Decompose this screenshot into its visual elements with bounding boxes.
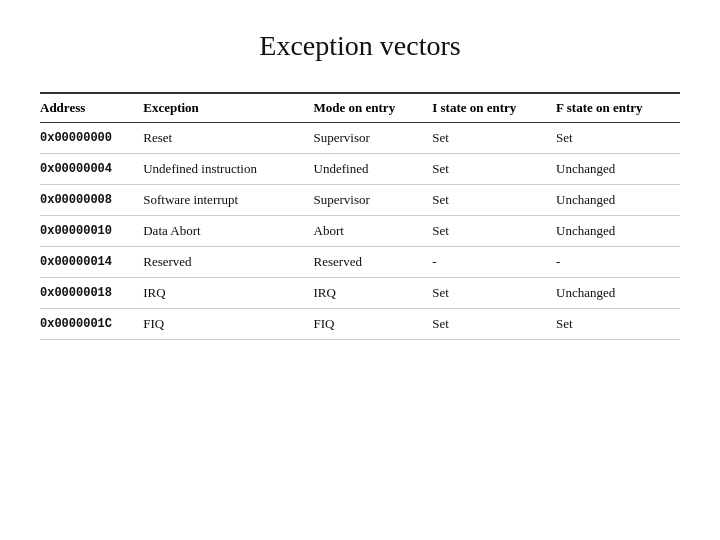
header-address: Address: [40, 94, 143, 123]
cell-exception: Software interrupt: [143, 185, 313, 216]
cell-mode: Supervisor: [314, 185, 433, 216]
cell-exception: Data Abort: [143, 216, 313, 247]
cell-address: 0x0000001C: [40, 309, 143, 340]
cell-fstate: Unchanged: [556, 216, 680, 247]
cell-mode: Undefined: [314, 154, 433, 185]
cell-exception: IRQ: [143, 278, 313, 309]
cell-mode: Reserved: [314, 247, 433, 278]
table-row: 0x00000010Data AbortAbortSetUnchanged: [40, 216, 680, 247]
cell-fstate: Unchanged: [556, 278, 680, 309]
cell-fstate: Unchanged: [556, 154, 680, 185]
cell-istate: Set: [432, 185, 556, 216]
cell-address: 0x00000000: [40, 123, 143, 154]
cell-address: 0x00000010: [40, 216, 143, 247]
header-istate: I state on entry: [432, 94, 556, 123]
cell-mode: IRQ: [314, 278, 433, 309]
cell-fstate: -: [556, 247, 680, 278]
table-row: 0x00000014ReservedReserved--: [40, 247, 680, 278]
header-exception: Exception: [143, 94, 313, 123]
table-row: 0x00000008Software interruptSupervisorSe…: [40, 185, 680, 216]
table-row: 0x00000018IRQIRQSetUnchanged: [40, 278, 680, 309]
header-mode: Mode on entry: [314, 94, 433, 123]
table-header-row: Address Exception Mode on entry I state …: [40, 94, 680, 123]
cell-istate: Set: [432, 278, 556, 309]
cell-mode: Supervisor: [314, 123, 433, 154]
cell-fstate: Set: [556, 309, 680, 340]
cell-address: 0x00000008: [40, 185, 143, 216]
cell-istate: -: [432, 247, 556, 278]
page-title: Exception vectors: [259, 30, 460, 62]
cell-exception: FIQ: [143, 309, 313, 340]
table-row: 0x00000004Undefined instructionUndefined…: [40, 154, 680, 185]
cell-mode: FIQ: [314, 309, 433, 340]
cell-istate: Set: [432, 154, 556, 185]
cell-exception: Reserved: [143, 247, 313, 278]
cell-exception: Undefined instruction: [143, 154, 313, 185]
cell-exception: Reset: [143, 123, 313, 154]
cell-address: 0x00000004: [40, 154, 143, 185]
exception-table-container: Address Exception Mode on entry I state …: [40, 92, 680, 340]
table-row: 0x00000000ResetSupervisorSetSet: [40, 123, 680, 154]
header-fstate: F state on entry: [556, 94, 680, 123]
cell-address: 0x00000018: [40, 278, 143, 309]
cell-istate: Set: [432, 309, 556, 340]
cell-mode: Abort: [314, 216, 433, 247]
cell-istate: Set: [432, 123, 556, 154]
cell-address: 0x00000014: [40, 247, 143, 278]
cell-istate: Set: [432, 216, 556, 247]
exception-table: Address Exception Mode on entry I state …: [40, 94, 680, 340]
cell-fstate: Set: [556, 123, 680, 154]
table-row: 0x0000001CFIQFIQSetSet: [40, 309, 680, 340]
cell-fstate: Unchanged: [556, 185, 680, 216]
